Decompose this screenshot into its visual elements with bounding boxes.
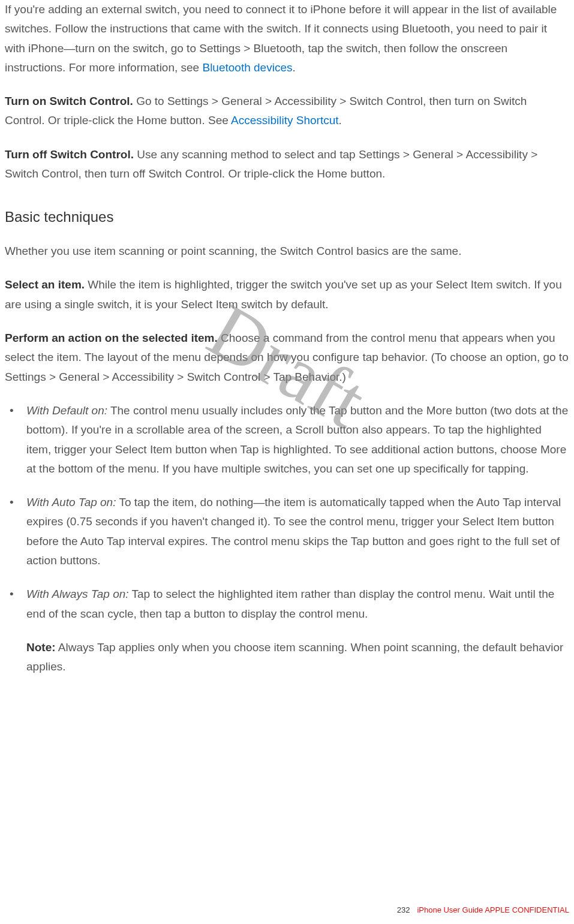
text: While the item is highlighted, trigger t… [5,278,562,310]
paragraph-turn-off: Turn off Switch Control. Use any scannin… [5,145,569,184]
list-item: With Default on: The control menu usuall… [5,401,569,478]
text: . [339,114,342,127]
turn-on-label: Turn on Switch Control. [5,95,133,107]
list-item: With Always Tap on: Tap to select the hi… [5,585,569,676]
bluetooth-devices-link[interactable]: Bluetooth devices [202,61,292,74]
paragraph-turn-on: Turn on Switch Control. Go to Settings >… [5,92,569,131]
paragraph-perform-action: Perform an action on the selected item. … [5,329,569,387]
turn-off-label: Turn off Switch Control. [5,148,134,161]
with-default-label: With Default on: [26,404,107,417]
page-footer: 232iPhone User Guide APPLE CONFIDENTIAL [397,904,569,917]
tap-behavior-list: With Default on: The control menu usuall… [5,401,569,677]
note-label: Note: [26,641,56,654]
text: The control menu usually includes only t… [26,404,568,475]
text: Always Tap applies only when you choose … [26,641,563,673]
basic-techniques-heading: Basic techniques [5,205,569,230]
paragraph-intro: Whether you use item scanning or point s… [5,242,569,261]
perform-action-label: Perform an action on the selected item. [5,332,218,344]
paragraph-external-switch: If you're adding an external switch, you… [5,0,569,77]
accessibility-shortcut-link[interactable]: Accessibility Shortcut [231,114,339,127]
paragraph-select-item: Select an item. While the item is highli… [5,275,569,314]
select-item-label: Select an item. [5,278,85,291]
note-paragraph: Note: Always Tap applies only when you c… [26,638,569,677]
text: . [292,61,295,74]
with-auto-tap-label: With Auto Tap on: [26,496,116,508]
footer-text: iPhone User Guide APPLE CONFIDENTIAL [417,905,569,914]
list-item: With Auto Tap on: To tap the item, do no… [5,493,569,570]
with-always-tap-label: With Always Tap on: [26,588,129,600]
page-number: 232 [397,905,410,914]
